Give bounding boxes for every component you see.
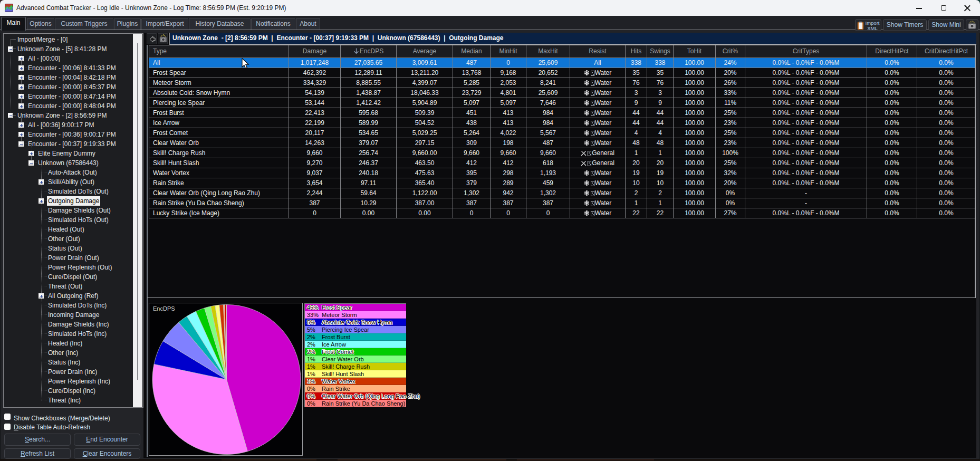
svg-text:ACT: ACT — [6, 6, 13, 10]
